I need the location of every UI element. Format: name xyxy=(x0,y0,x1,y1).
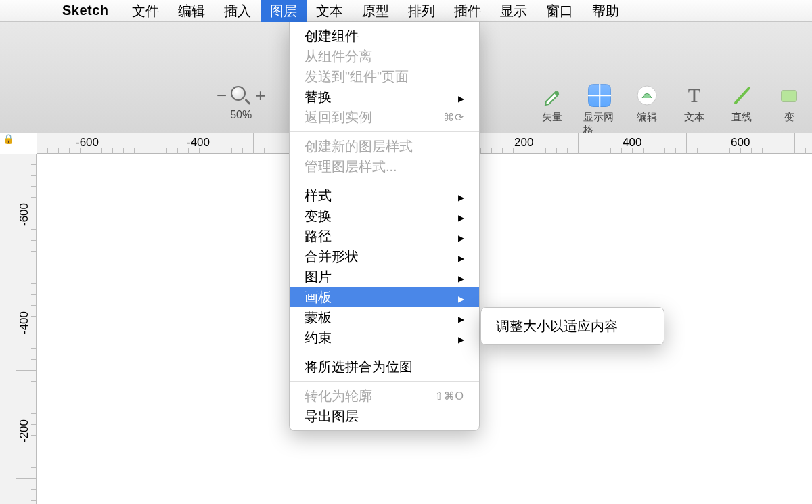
menu-insert[interactable]: 插入 xyxy=(215,0,261,22)
app-name[interactable]: Sketch xyxy=(62,3,109,18)
svg-point-0 xyxy=(555,91,559,95)
magnifier-icon[interactable] xyxy=(231,86,251,106)
menu-style[interactable]: 样式 xyxy=(290,185,479,206)
layer-menu-dropdown: 创建组件 从组件分离 发送到"组件"页面 替换 返回到实例⌘⟳ 创建新的图层样式… xyxy=(289,22,480,431)
menu-convert-outline: 转化为轮廓⇧⌘O xyxy=(290,386,479,406)
grid-icon xyxy=(588,84,611,107)
menu-constraint[interactable]: 约束 xyxy=(290,327,479,348)
menu-export-layer[interactable]: 导出图层 xyxy=(290,406,479,426)
text-icon: T xyxy=(683,84,706,107)
submenu-arrow-icon xyxy=(458,269,464,285)
tool-label: 变 xyxy=(784,111,794,124)
tool-label: 矢量 xyxy=(542,111,562,124)
submenu-resize-fit[interactable]: 调整大小以适应内容 xyxy=(481,315,664,338)
ruler-h-label: 200 xyxy=(514,136,533,150)
menubar: Sketch 文件 编辑 插入 图层 文本 原型 排列 插件 显示 窗口 帮助 xyxy=(0,0,812,22)
menu-mask[interactable]: 蒙板 xyxy=(290,307,479,327)
zoom-out-button[interactable]: − xyxy=(217,85,227,106)
submenu-arrow-icon xyxy=(458,290,464,305)
zoom-percent: 50% xyxy=(230,109,252,121)
ruler-v-label: -200 xyxy=(18,419,31,442)
svg-rect-3 xyxy=(782,91,796,101)
menu-image[interactable]: 图片 xyxy=(290,267,479,287)
svg-line-2 xyxy=(736,88,749,103)
menu-window[interactable]: 窗口 xyxy=(537,0,583,22)
menu-layer[interactable]: 图层 xyxy=(261,0,307,22)
tool-label: 文本 xyxy=(684,111,704,124)
menu-send-to-symbols: 发送到"组件"页面 xyxy=(290,66,479,87)
tool-transform[interactable]: 变 xyxy=(773,84,805,137)
ruler-v-label: -600 xyxy=(18,203,31,226)
menu-artboard[interactable]: 画板 xyxy=(290,287,479,307)
menu-edit[interactable]: 编辑 xyxy=(168,0,215,22)
tool-line[interactable]: 直线 xyxy=(725,84,758,137)
menu-replace[interactable]: 替换 xyxy=(290,87,479,107)
menu-arrange[interactable]: 排列 xyxy=(399,0,445,22)
line-icon xyxy=(730,84,753,107)
menu-path[interactable]: 路径 xyxy=(290,226,479,246)
menu-text[interactable]: 文本 xyxy=(307,0,353,22)
ruler-vertical[interactable]: -600 -400 -200 xyxy=(16,154,37,504)
ruler-h-label: -600 xyxy=(76,136,99,150)
menu-return-instance: 返回到实例⌘⟳ xyxy=(290,107,479,127)
tool-text[interactable]: T 文本 xyxy=(678,84,710,137)
ruler-h-label: 400 xyxy=(623,136,641,150)
zoom-control: − + 50% xyxy=(217,85,265,121)
artboard-submenu: 调整大小以适应内容 xyxy=(480,307,664,345)
submenu-arrow-icon xyxy=(458,89,464,105)
menu-help[interactable]: 帮助 xyxy=(583,0,629,22)
submenu-arrow-icon xyxy=(458,188,464,204)
transform-icon xyxy=(777,84,800,107)
ruler-h-label: 600 xyxy=(731,136,750,150)
edit-icon xyxy=(635,84,658,107)
tool-label: 直线 xyxy=(731,111,752,124)
zoom-in-button[interactable]: + xyxy=(255,85,265,106)
menu-flatten-bitmap[interactable]: 将所选拼合为位图 xyxy=(290,357,479,377)
menu-plugins[interactable]: 插件 xyxy=(445,0,491,22)
submenu-arrow-icon xyxy=(458,208,464,224)
tool-edit[interactable]: 编辑 xyxy=(631,84,663,137)
menu-file[interactable]: 文件 xyxy=(122,0,168,22)
submenu-arrow-icon xyxy=(458,330,464,346)
lock-icon[interactable]: 🔒 xyxy=(0,133,16,144)
tool-grid[interactable]: 显示网格 xyxy=(583,84,616,137)
tool-vector[interactable]: 矢量 xyxy=(536,84,568,137)
menu-combine[interactable]: 合并形状 xyxy=(290,246,479,267)
menu-prototype[interactable]: 原型 xyxy=(353,0,399,22)
menu-detach-symbol: 从组件分离 xyxy=(290,46,479,66)
ruler-h-label: -400 xyxy=(187,136,210,150)
tool-label: 编辑 xyxy=(637,111,657,124)
submenu-arrow-icon xyxy=(458,310,464,325)
ruler-v-label: -400 xyxy=(18,311,31,334)
menu-new-layer-style: 创建新的图层样式 xyxy=(290,136,479,156)
tool-icons: 矢量 显示网格 编辑 T 文本 直线 变 xyxy=(536,84,805,137)
submenu-arrow-icon xyxy=(458,249,464,265)
menu-transform[interactable]: 变换 xyxy=(290,206,479,226)
menu-manage-layer-style: 管理图层样式... xyxy=(290,156,479,177)
submenu-arrow-icon xyxy=(458,229,464,244)
menu-view[interactable]: 显示 xyxy=(491,0,537,22)
menu-create-symbol[interactable]: 创建组件 xyxy=(290,26,479,46)
pen-icon xyxy=(541,84,564,107)
